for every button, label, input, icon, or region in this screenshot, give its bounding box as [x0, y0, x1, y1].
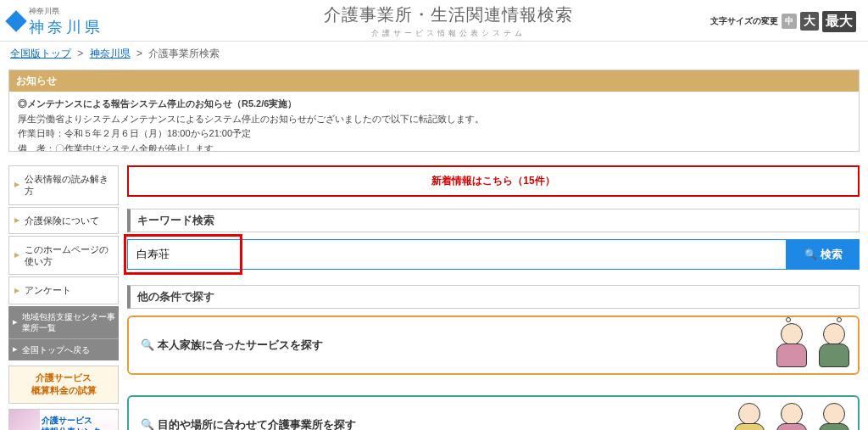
breadcrumb-ken-link[interactable]: 神奈川県	[90, 47, 131, 59]
cond-card-label: 本人家族に合ったサービスを探す	[141, 338, 323, 353]
breadcrumb-top-link[interactable]: 全国版トップ	[10, 47, 71, 59]
person-icon: ?	[773, 321, 810, 369]
site-subtitle: 介護サービス情報公表システム	[186, 28, 710, 39]
person-icon	[731, 401, 768, 430]
sidebar-item-howto-use[interactable]: このホームページの使い方	[8, 236, 119, 276]
notice-body[interactable]: ◎メンテナンスによる報告システム停止のお知らせ（R5.2/6実施） 厚生労働省よ…	[9, 92, 859, 151]
site-title-block: 介護事業所・生活関連情報検索 介護サービス情報公表システム	[186, 3, 710, 39]
banner-thumb-icon	[9, 409, 40, 430]
keyword-search-heading: キーワード検索	[127, 209, 860, 232]
sidebar-sub-zenkoku-top[interactable]: 全国トップへ戻る	[8, 338, 119, 360]
page-header: 神奈川県 神奈川県 介護事業所・生活関連情報検索 介護サービス情報公表システム …	[0, 0, 868, 42]
cond-card-family-service[interactable]: 本人家族に合ったサービスを探す ? ⁑	[127, 316, 860, 375]
search-button[interactable]: 検索	[787, 239, 860, 270]
notice-line: ◎メンテナンスによる報告システム停止のお知らせ（R5.2/6実施）	[18, 97, 850, 112]
thought-bubble-icon: ⁑	[827, 316, 853, 316]
notice-line: 作業日時：令和５年２月６日（月）18:00から21:00予定	[18, 126, 850, 142]
keyword-search-row: 検索	[127, 239, 860, 270]
breadcrumb-sep: >	[77, 47, 83, 59]
font-size-switcher: 文字サイズの変更 中 大 最大	[710, 11, 868, 32]
cond-card-label: 目的や場所に合わせて介護事業所を探す	[141, 417, 356, 430]
notice-block: お知らせ ◎メンテナンスによる報告システム停止のお知らせ（R5.2/6実施） 厚…	[8, 70, 860, 152]
notice-line: 厚生労働省よりシステムメンテナンスによるシステム停止のお知らせがございましたので…	[18, 112, 850, 127]
cond-card-location-purpose[interactable]: 目的や場所に合わせて介護事業所を探す	[127, 395, 860, 430]
notice-line: 備 考：〇作業中はシステム全般が停止します。	[18, 142, 850, 151]
org-name: 神奈川県	[29, 17, 103, 37]
notice-title: お知らせ	[9, 70, 859, 92]
cond-card-illustration: ? ⁑	[773, 321, 853, 369]
banner-fee-estimate[interactable]: 介護サービス 概算料金の試算	[8, 366, 119, 404]
sidebar-sub-center-list[interactable]: 地域包括支援センター事業所一覧	[8, 306, 119, 338]
other-conditions-heading: 他の条件で探す	[127, 285, 860, 309]
font-size-large-button[interactable]: 大	[800, 12, 819, 31]
keyword-search-input[interactable]	[127, 239, 787, 270]
org-logo-block[interactable]: 神奈川県 神奈川県	[0, 6, 186, 37]
font-size-label: 文字サイズの変更	[710, 15, 778, 27]
person-icon	[815, 401, 853, 430]
breadcrumb: 全国版トップ > 神奈川県 > 介護事業所検索	[0, 42, 868, 70]
cond-card-illustration	[731, 401, 853, 430]
person-icon	[773, 401, 810, 430]
org-small-label: 神奈川県	[29, 6, 103, 17]
font-size-mid-button[interactable]: 中	[782, 14, 797, 29]
new-info-link[interactable]: 新着情報はこちら（15件）	[127, 165, 860, 197]
question-bubble-icon: ?	[773, 316, 798, 316]
sidebar-item-howto-read[interactable]: 公表情報の読み解き方	[8, 165, 119, 205]
sidebar: 公表情報の読み解き方 介護保険について このホームページの使い方 アンケート 地…	[8, 165, 119, 430]
breadcrumb-current: 介護事業所検索	[148, 47, 220, 59]
org-logo-icon	[5, 10, 26, 31]
site-title: 介護事業所・生活関連情報検索	[186, 3, 710, 26]
sidebar-item-about-kaigo[interactable]: 介護保険について	[8, 207, 119, 234]
banner-publish-center[interactable]: 介護サービス 情報公表センター	[8, 409, 119, 430]
main-content: 新着情報はこちら（15件） キーワード検索 検索 他の条件で探す 本人家族に合っ…	[127, 165, 860, 430]
breadcrumb-sep: >	[136, 47, 142, 59]
sidebar-item-survey[interactable]: アンケート	[8, 276, 119, 304]
person-icon: ⁑	[815, 321, 853, 369]
banner-center-label: 介護サービス 情報公表センター	[40, 415, 118, 430]
font-size-xlarge-button[interactable]: 最大	[822, 11, 856, 32]
